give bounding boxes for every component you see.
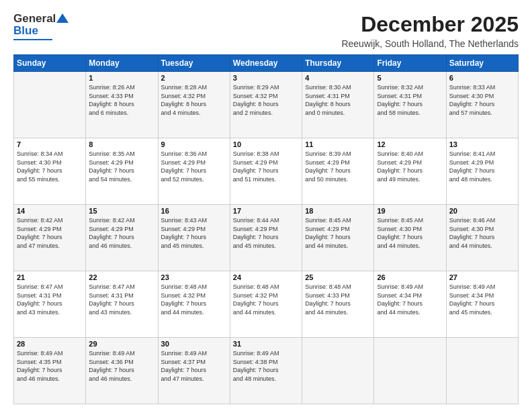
day-info: Sunrise: 8:42 AM Sunset: 4:29 PM Dayligh… bbox=[17, 216, 83, 250]
logo-icon bbox=[56, 12, 69, 24]
day-info: Sunrise: 8:49 AM Sunset: 4:37 PM Dayligh… bbox=[161, 349, 227, 383]
day-number: 8 bbox=[89, 140, 154, 148]
day-info: Sunrise: 8:39 AM Sunset: 4:29 PM Dayligh… bbox=[305, 150, 371, 183]
day-info: Sunrise: 8:42 AM Sunset: 4:29 PM Dayligh… bbox=[89, 216, 154, 250]
calendar-week-row-5: 28Sunrise: 8:49 AM Sunset: 4:35 PM Dayli… bbox=[14, 338, 519, 404]
day-number: 13 bbox=[449, 140, 515, 148]
day-number: 22 bbox=[89, 273, 154, 281]
month-year-title: December 2025 bbox=[341, 12, 519, 37]
calendar-cell: 22Sunrise: 8:47 AM Sunset: 4:31 PM Dayli… bbox=[86, 271, 158, 338]
calendar-cell: 5Sunrise: 8:32 AM Sunset: 4:31 PM Daylig… bbox=[374, 72, 446, 138]
header-monday: Monday bbox=[86, 55, 158, 72]
calendar-cell: 30Sunrise: 8:49 AM Sunset: 4:37 PM Dayli… bbox=[158, 338, 230, 404]
day-number: 15 bbox=[89, 207, 154, 215]
day-info: Sunrise: 8:46 AM Sunset: 4:30 PM Dayligh… bbox=[449, 216, 515, 250]
calendar-week-row-1: 1Sunrise: 8:26 AM Sunset: 4:33 PM Daylig… bbox=[14, 72, 519, 138]
calendar-cell: 2Sunrise: 8:28 AM Sunset: 4:32 PM Daylig… bbox=[158, 72, 230, 138]
day-info: Sunrise: 8:49 AM Sunset: 4:36 PM Dayligh… bbox=[89, 349, 154, 383]
day-number: 25 bbox=[305, 273, 371, 281]
day-info: Sunrise: 8:49 AM Sunset: 4:35 PM Dayligh… bbox=[17, 349, 83, 383]
day-info: Sunrise: 8:32 AM Sunset: 4:31 PM Dayligh… bbox=[377, 83, 443, 117]
day-number: 5 bbox=[377, 74, 443, 82]
calendar-cell: 16Sunrise: 8:43 AM Sunset: 4:29 PM Dayli… bbox=[158, 205, 230, 271]
header-thursday: Thursday bbox=[302, 55, 374, 72]
header-saturday: Saturday bbox=[446, 55, 518, 72]
calendar-cell: 18Sunrise: 8:45 AM Sunset: 4:29 PM Dayli… bbox=[302, 205, 374, 271]
calendar-cell: 1Sunrise: 8:26 AM Sunset: 4:33 PM Daylig… bbox=[86, 72, 158, 138]
calendar-cell: 4Sunrise: 8:30 AM Sunset: 4:31 PM Daylig… bbox=[302, 72, 374, 138]
calendar-week-row-2: 7Sunrise: 8:34 AM Sunset: 4:30 PM Daylig… bbox=[14, 138, 519, 205]
day-info: Sunrise: 8:40 AM Sunset: 4:29 PM Dayligh… bbox=[377, 150, 443, 183]
calendar-cell bbox=[302, 338, 374, 404]
calendar-cell: 10Sunrise: 8:38 AM Sunset: 4:29 PM Dayli… bbox=[230, 138, 302, 205]
header-tuesday: Tuesday bbox=[158, 55, 230, 72]
day-info: Sunrise: 8:26 AM Sunset: 4:33 PM Dayligh… bbox=[89, 83, 154, 117]
day-info: Sunrise: 8:47 AM Sunset: 4:31 PM Dayligh… bbox=[17, 283, 83, 316]
day-info: Sunrise: 8:47 AM Sunset: 4:31 PM Dayligh… bbox=[89, 283, 154, 316]
page: General Blue December 2025 Reeuwijk, Sou… bbox=[0, 0, 532, 411]
day-info: Sunrise: 8:43 AM Sunset: 4:29 PM Dayligh… bbox=[161, 216, 227, 250]
header: General Blue December 2025 Reeuwijk, Sou… bbox=[13, 12, 519, 49]
calendar-cell bbox=[446, 338, 518, 404]
day-number: 6 bbox=[449, 74, 515, 82]
calendar-cell: 17Sunrise: 8:44 AM Sunset: 4:29 PM Dayli… bbox=[230, 205, 302, 271]
day-info: Sunrise: 8:35 AM Sunset: 4:29 PM Dayligh… bbox=[89, 150, 154, 183]
day-number: 30 bbox=[161, 340, 227, 348]
day-number: 31 bbox=[233, 340, 299, 348]
calendar-table: Sunday Monday Tuesday Wednesday Thursday… bbox=[13, 54, 519, 404]
day-info: Sunrise: 8:49 AM Sunset: 4:38 PM Dayligh… bbox=[233, 349, 299, 383]
day-info: Sunrise: 8:38 AM Sunset: 4:29 PM Dayligh… bbox=[233, 150, 299, 183]
day-number: 3 bbox=[233, 74, 299, 82]
calendar-week-row-4: 21Sunrise: 8:47 AM Sunset: 4:31 PM Dayli… bbox=[14, 271, 519, 338]
day-info: Sunrise: 8:29 AM Sunset: 4:32 PM Dayligh… bbox=[233, 83, 299, 117]
calendar-cell: 8Sunrise: 8:35 AM Sunset: 4:29 PM Daylig… bbox=[86, 138, 158, 205]
day-info: Sunrise: 8:41 AM Sunset: 4:29 PM Dayligh… bbox=[449, 150, 515, 183]
calendar-cell: 15Sunrise: 8:42 AM Sunset: 4:29 PM Dayli… bbox=[86, 205, 158, 271]
logo-blue: Blue bbox=[13, 24, 38, 38]
day-number: 29 bbox=[89, 340, 154, 348]
calendar-cell bbox=[14, 72, 86, 138]
weekday-header-row: Sunday Monday Tuesday Wednesday Thursday… bbox=[14, 55, 519, 72]
calendar-cell: 26Sunrise: 8:49 AM Sunset: 4:34 PM Dayli… bbox=[374, 271, 446, 338]
day-info: Sunrise: 8:48 AM Sunset: 4:32 PM Dayligh… bbox=[161, 283, 227, 316]
day-number: 28 bbox=[17, 340, 83, 348]
day-info: Sunrise: 8:45 AM Sunset: 4:30 PM Dayligh… bbox=[377, 216, 443, 250]
day-number: 20 bbox=[449, 207, 515, 215]
day-number: 18 bbox=[305, 207, 371, 215]
calendar-cell: 14Sunrise: 8:42 AM Sunset: 4:29 PM Dayli… bbox=[14, 205, 86, 271]
calendar-cell: 13Sunrise: 8:41 AM Sunset: 4:29 PM Dayli… bbox=[446, 138, 518, 205]
calendar-cell: 29Sunrise: 8:49 AM Sunset: 4:36 PM Dayli… bbox=[86, 338, 158, 404]
logo: General Blue bbox=[13, 12, 69, 40]
day-number: 16 bbox=[161, 207, 227, 215]
calendar-cell: 19Sunrise: 8:45 AM Sunset: 4:30 PM Dayli… bbox=[374, 205, 446, 271]
day-number: 21 bbox=[17, 273, 83, 281]
day-number: 9 bbox=[161, 140, 227, 148]
day-info: Sunrise: 8:36 AM Sunset: 4:29 PM Dayligh… bbox=[161, 150, 227, 183]
title-block: December 2025 Reeuwijk, South Holland, T… bbox=[341, 12, 519, 49]
calendar-cell bbox=[374, 338, 446, 404]
logo-underline bbox=[13, 39, 52, 40]
day-number: 19 bbox=[377, 207, 443, 215]
calendar-cell: 20Sunrise: 8:46 AM Sunset: 4:30 PM Dayli… bbox=[446, 205, 518, 271]
calendar-cell: 9Sunrise: 8:36 AM Sunset: 4:29 PM Daylig… bbox=[158, 138, 230, 205]
logo-general: General bbox=[13, 12, 56, 26]
calendar-cell: 27Sunrise: 8:49 AM Sunset: 4:34 PM Dayli… bbox=[446, 271, 518, 338]
day-info: Sunrise: 8:48 AM Sunset: 4:33 PM Dayligh… bbox=[305, 283, 371, 316]
calendar-cell: 6Sunrise: 8:33 AM Sunset: 4:30 PM Daylig… bbox=[446, 72, 518, 138]
calendar-cell: 28Sunrise: 8:49 AM Sunset: 4:35 PM Dayli… bbox=[14, 338, 86, 404]
calendar-cell: 31Sunrise: 8:49 AM Sunset: 4:38 PM Dayli… bbox=[230, 338, 302, 404]
day-number: 4 bbox=[305, 74, 371, 82]
day-number: 7 bbox=[17, 140, 83, 148]
calendar-cell: 7Sunrise: 8:34 AM Sunset: 4:30 PM Daylig… bbox=[14, 138, 86, 205]
day-info: Sunrise: 8:45 AM Sunset: 4:29 PM Dayligh… bbox=[305, 216, 371, 250]
calendar-cell: 21Sunrise: 8:47 AM Sunset: 4:31 PM Dayli… bbox=[14, 271, 86, 338]
day-info: Sunrise: 8:44 AM Sunset: 4:29 PM Dayligh… bbox=[233, 216, 299, 250]
day-number: 1 bbox=[89, 74, 154, 82]
day-number: 24 bbox=[233, 273, 299, 281]
header-sunday: Sunday bbox=[14, 55, 86, 72]
day-number: 23 bbox=[161, 273, 227, 281]
svg-marker-0 bbox=[56, 13, 69, 23]
calendar-cell: 24Sunrise: 8:48 AM Sunset: 4:32 PM Dayli… bbox=[230, 271, 302, 338]
day-number: 27 bbox=[449, 273, 515, 281]
day-number: 17 bbox=[233, 207, 299, 215]
